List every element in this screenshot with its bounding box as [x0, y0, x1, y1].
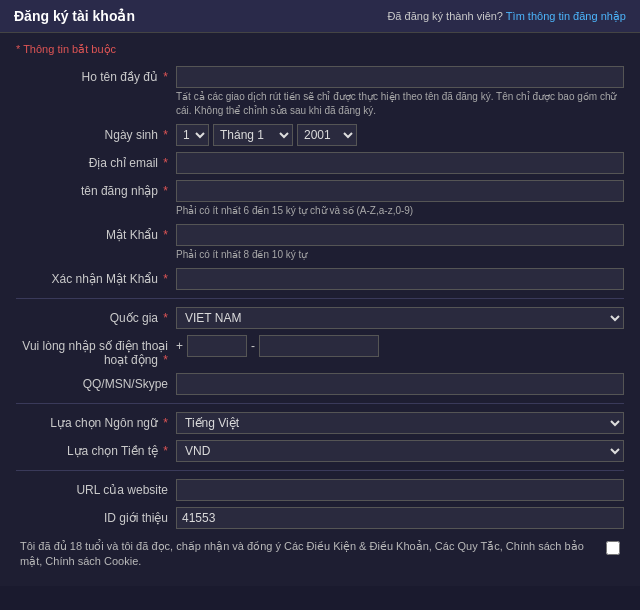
terms-text: Tôi đã đủ 18 tuổi và tôi đã đọc, chấp nh…	[20, 539, 598, 570]
username-input-area: Phải có ít nhất 6 đến 15 ký tự chữ và số…	[176, 180, 624, 218]
username-hint: Phải có ít nhất 6 đến 15 ký tự chữ và số…	[176, 204, 624, 218]
divider-2	[16, 403, 624, 404]
country-row: Quốc gia * VIET NAM	[16, 307, 624, 329]
full-name-input[interactable]	[176, 66, 624, 88]
terms-area: Tôi đã đủ 18 tuổi và tôi đã đọc, chấp nh…	[16, 539, 624, 570]
username-row: tên đăng nhập * Phải có ít nhất 6 đến 15…	[16, 180, 624, 218]
url-input-area	[176, 479, 624, 501]
password-hint: Phải có ít nhất 8 đến 10 ký tự	[176, 248, 624, 262]
dob-row: Ngày sinh * 1 Tháng 1 2001	[16, 124, 624, 146]
confirm-password-input-area	[176, 268, 624, 290]
url-input[interactable]	[176, 479, 624, 501]
terms-checkbox[interactable]	[606, 541, 620, 555]
email-label: Địa chỉ email *	[16, 152, 176, 170]
language-label: Lựa chọn Ngôn ngữ *	[16, 412, 176, 430]
required-star-confirm: *	[163, 272, 168, 286]
confirm-password-input[interactable]	[176, 268, 624, 290]
phone-row: Vui lòng nhập số điện thoại hoạt động * …	[16, 335, 624, 367]
required-star-password: *	[163, 228, 168, 242]
page-title: Đăng ký tài khoản	[14, 8, 135, 24]
required-star-email: *	[163, 156, 168, 170]
phone-plus-sign: +	[176, 339, 183, 353]
date-selects: 1 Tháng 1 2001	[176, 124, 624, 146]
day-select[interactable]: 1	[176, 124, 209, 146]
referral-input-area	[176, 507, 624, 529]
required-star: *	[163, 70, 168, 84]
phone-inputs: + -	[176, 335, 624, 357]
currency-select[interactable]: VND	[176, 440, 624, 462]
phone-label: Vui lòng nhập số điện thoại hoạt động *	[16, 335, 176, 367]
divider-3	[16, 470, 624, 471]
confirm-password-label: Xác nhận Mật Khẩu *	[16, 268, 176, 286]
email-row: Địa chỉ email *	[16, 152, 624, 174]
full-name-input-area: Tất cả các giao dịch rút tiền sẽ chỉ đượ…	[176, 66, 624, 118]
full-name-hint: Tất cả các giao dịch rút tiền sẽ chỉ đượ…	[176, 90, 624, 118]
month-select[interactable]: Tháng 1	[213, 124, 293, 146]
required-star-dob: *	[163, 128, 168, 142]
country-label: Quốc gia *	[16, 307, 176, 325]
phone-dash: -	[251, 339, 255, 353]
full-name-row: Ho tên đầy đủ * Tất cả các giao dịch rút…	[16, 66, 624, 118]
page-header: Đăng ký tài khoản Đã đăng ký thành viên?…	[0, 0, 640, 33]
referral-label: ID giới thiệu	[16, 507, 176, 525]
required-star-language: *	[163, 416, 168, 430]
year-select[interactable]: 2001	[297, 124, 357, 146]
language-select[interactable]: Tiếng Việt	[176, 412, 624, 434]
qq-input[interactable]	[176, 373, 624, 395]
qq-label: QQ/MSN/Skype	[16, 373, 176, 391]
password-input-area: Phải có ít nhất 8 đến 10 ký tự	[176, 224, 624, 262]
dob-label: Ngày sinh *	[16, 124, 176, 142]
username-label: tên đăng nhập *	[16, 180, 176, 198]
main-content: * Thông tin bắt buộc Ho tên đầy đủ * Tất…	[0, 33, 640, 586]
required-note: * Thông tin bắt buộc	[16, 43, 624, 56]
username-input[interactable]	[176, 180, 624, 202]
required-star-country: *	[163, 311, 168, 325]
required-star-currency: *	[163, 444, 168, 458]
url-row: URL của website	[16, 479, 624, 501]
language-input-area: Tiếng Việt	[176, 412, 624, 434]
dob-input-area: 1 Tháng 1 2001	[176, 124, 624, 146]
referral-input[interactable]	[176, 507, 624, 529]
phone-number-input[interactable]	[259, 335, 379, 357]
country-select[interactable]: VIET NAM	[176, 307, 624, 329]
country-input-area: VIET NAM	[176, 307, 624, 329]
qq-row: QQ/MSN/Skype	[16, 373, 624, 395]
language-row: Lựa chọn Ngôn ngữ * Tiếng Việt	[16, 412, 624, 434]
required-star-username: *	[163, 184, 168, 198]
header-login-area: Đã đăng ký thành viên? Tìm thông tin đăn…	[387, 10, 626, 23]
phone-input-area: + -	[176, 335, 624, 357]
currency-input-area: VND	[176, 440, 624, 462]
password-row: Mật Khẩu * Phải có ít nhất 8 đến 10 ký t…	[16, 224, 624, 262]
divider-1	[16, 298, 624, 299]
registration-form: Ho tên đầy đủ * Tất cả các giao dịch rút…	[16, 66, 624, 570]
full-name-label: Ho tên đầy đủ *	[16, 66, 176, 84]
url-label: URL của website	[16, 479, 176, 497]
referral-row: ID giới thiệu	[16, 507, 624, 529]
already-member-text: Đã đăng ký thành viên?	[387, 10, 503, 22]
qq-input-area	[176, 373, 624, 395]
required-star-phone: *	[163, 353, 168, 367]
currency-row: Lựa chọn Tiền tệ * VND	[16, 440, 624, 462]
email-input[interactable]	[176, 152, 624, 174]
password-input[interactable]	[176, 224, 624, 246]
email-input-area	[176, 152, 624, 174]
confirm-password-row: Xác nhận Mật Khẩu *	[16, 268, 624, 290]
phone-country-code-input[interactable]	[187, 335, 247, 357]
currency-label: Lựa chọn Tiền tệ *	[16, 440, 176, 458]
login-link[interactable]: Tìm thông tin đăng nhập	[506, 10, 626, 22]
password-label: Mật Khẩu *	[16, 224, 176, 242]
